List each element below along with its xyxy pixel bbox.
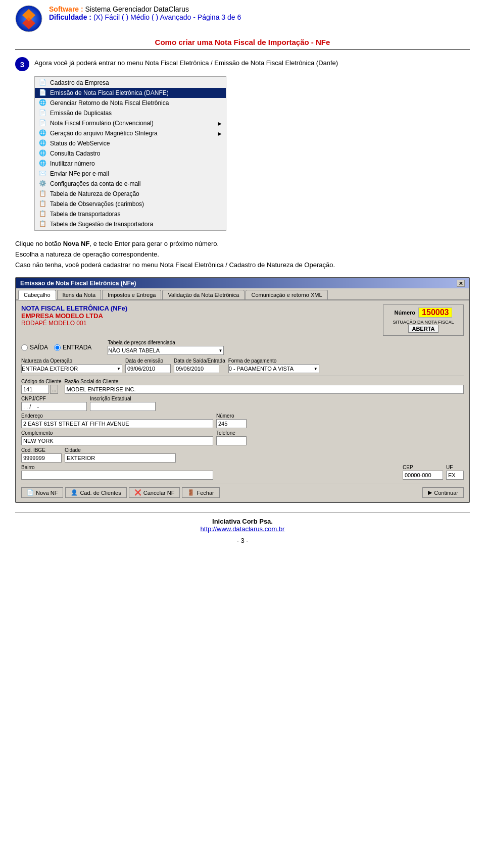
endereco-input[interactable] <box>21 419 213 428</box>
complemento-label: Complemento <box>21 430 213 436</box>
menu-item-tabela-transp[interactable]: 📋 Tabela de transportadoras <box>35 209 226 219</box>
cancelar-nf-icon: ❌ <box>134 489 141 496</box>
tabela-block: Tabela de preços diferenciada NÃO USAR T… <box>108 340 224 355</box>
tabela-select-wrapper[interactable]: NÃO USAR TABELA <box>108 346 224 355</box>
page: Software : Sistema Gerenciador DataClaru… <box>0 0 485 554</box>
bairro-label: Bairro <box>21 465 400 470</box>
codigo-cliente-label: Código do Cliente <box>21 379 62 384</box>
cnpj-input[interactable] <box>21 402 87 411</box>
menu-item-emissao[interactable]: 📄 Emissão de Nota Fiscal Eletrônica (DAN… <box>35 88 226 98</box>
app-window: Emissão de Nota Fiscal Eletrônica (NFe) … <box>15 277 470 503</box>
cidade-label: Cidade <box>65 447 464 453</box>
form-row-cliente: Código do Cliente ... Razão Social do Cl… <box>21 379 464 394</box>
menu-item-gerenciar[interactable]: 🌐 Gerenciar Retorno de Nota Fiscal Eletr… <box>35 98 226 108</box>
table-icon-11: 📋 <box>39 190 47 198</box>
main-title: Como criar uma Nota Fiscal de Importação… <box>15 38 470 50</box>
menu-item-geracao[interactable]: 🌐 Geração do arquivo Magnético SIntegra … <box>35 128 226 138</box>
data-emissao-field: Data de emissão <box>125 358 171 373</box>
continuar-button[interactable]: ▶ Continuar <box>422 487 464 498</box>
menu-item-tabela-natureza[interactable]: 📋 Tabela de Natureza de Operação <box>35 189 226 199</box>
nova-nf-button[interactable]: 📄 Nova NF <box>21 487 63 498</box>
tab-cabecalho[interactable]: Cabeçalho <box>18 290 56 300</box>
cod-ibge-label: Cod. IBGE <box>21 447 62 453</box>
razao-social-field: Razão Social do Cliente <box>65 379 464 394</box>
step-number: 3 <box>15 57 29 71</box>
data-emissao-input[interactable] <box>125 364 171 373</box>
telefone-input[interactable] <box>216 436 247 445</box>
tab-validacao[interactable]: Validação da Nota Eletrônica <box>162 290 245 299</box>
forma-pagamento-select[interactable]: 0 - PAGAMENTO A VISTA <box>228 364 319 373</box>
uf-field: UF <box>446 465 464 480</box>
menu-item-formulario[interactable]: 📄 Nota Fiscal Formulário (Convencional) … <box>35 118 226 128</box>
radio-entrada[interactable] <box>54 344 61 351</box>
close-button[interactable]: ✕ <box>457 280 465 287</box>
razao-social-input[interactable] <box>65 385 464 394</box>
page-footer: Iniciativa Corb Psa. http://www.dataclar… <box>15 512 470 544</box>
menu-label-0: Cadastro da Empresa <box>50 79 109 86</box>
form-row-ibge: Cod. IBGE Cidade <box>21 447 464 463</box>
doc-icon-4: 📄 <box>39 119 47 127</box>
forma-pagamento-wrapper[interactable]: 0 - PAGAMENTO A VISTA <box>228 364 319 373</box>
tab-impostos[interactable]: Impostos e Entrega <box>102 290 161 299</box>
header: Software : Sistema Gerenciador DataClaru… <box>15 5 470 33</box>
inscricao-field: Inscrição Estadual <box>90 396 156 411</box>
cep-input[interactable] <box>403 471 443 480</box>
radio-saida[interactable] <box>21 344 28 351</box>
radio-saida-label[interactable]: SAÍDA <box>21 344 48 351</box>
forma-pagamento-label: Forma de pagamento <box>228 358 319 364</box>
cad-clientes-icon: 👤 <box>71 489 78 496</box>
form-row-endereco: Endereço Número <box>21 413 464 428</box>
fechar-button[interactable]: 🚪 Fechar <box>182 487 219 498</box>
cidade-input[interactable] <box>65 453 176 463</box>
menu-item-inutilizar[interactable]: 🌐 Inutilizar número <box>35 159 226 169</box>
continuar-label: Continuar <box>434 490 458 496</box>
header-line1: Software : Sistema Gerenciador DataClaru… <box>49 5 241 13</box>
cod-ibge-field: Cod. IBGE <box>21 447 62 463</box>
tabela-select[interactable]: NÃO USAR TABELA <box>108 346 224 355</box>
codigo-cliente-field: Código do Cliente ... <box>21 379 62 394</box>
form-row-natureza: Natureza da Operação ENTRADA EXTERIOR Da… <box>21 358 464 373</box>
nf-header-section: NOTA FISCAL ELETRÔNICA (NFe) EMPRESA MOD… <box>21 304 464 336</box>
world-icon-7: 🌐 <box>39 149 47 158</box>
complemento-input[interactable] <box>21 436 213 445</box>
footer-page: - 3 - <box>15 537 470 544</box>
data-saida-input[interactable] <box>174 364 219 373</box>
cod-ibge-input[interactable] <box>21 453 62 463</box>
numero-end-input[interactable] <box>216 419 247 428</box>
menu-label-13: Tabela de transportadoras <box>50 211 120 218</box>
menu-item-tabela-obs[interactable]: 📋 Tabela de Observações (carimbos) <box>35 199 226 209</box>
gear-icon-10: ⚙️ <box>39 180 47 188</box>
colon1: : <box>81 5 85 13</box>
natureza-select-wrapper[interactable]: ENTRADA EXTERIOR <box>21 364 122 373</box>
menu-label-11: Tabela de Natureza de Operação <box>50 190 139 197</box>
radio-entrada-label[interactable]: ENTRADA <box>54 344 91 351</box>
menu-item-tabela-sugestao[interactable]: 📋 Tabela de Sugestão de transportadora <box>35 219 226 229</box>
menu-item-status[interactable]: 🌐 Status do WebService <box>35 138 226 148</box>
browse-button[interactable]: ... <box>50 385 58 394</box>
footer-url[interactable]: http://www.dataclarus.com.br <box>15 525 470 533</box>
inscricao-input[interactable] <box>90 402 156 411</box>
menu-item-consulta[interactable]: 🌐 Consulta Cadastro <box>35 148 226 159</box>
world-icon-5: 🌐 <box>39 129 47 137</box>
natureza-select[interactable]: ENTRADA EXTERIOR <box>21 364 122 373</box>
razao-social-label: Razão Social do Cliente <box>65 379 464 384</box>
codigo-cliente-input[interactable] <box>21 385 49 394</box>
dif-colon: : <box>89 13 93 21</box>
tab-itens[interactable]: Itens da Nota <box>57 290 101 299</box>
data-saida-field: Data de Saída/Entrada <box>174 358 225 373</box>
cad-clientes-button[interactable]: 👤 Cad. de Clientes <box>65 487 126 498</box>
uf-input[interactable] <box>446 471 464 480</box>
menu-item-cadastro[interactable]: 📄 Cadastro da Empresa <box>35 78 226 88</box>
numero-value: 150003 <box>418 308 452 318</box>
menu-item-duplicatas[interactable]: 📄 Emissão de Duplicatas <box>35 108 226 118</box>
menu-item-enviar[interactable]: ✉️ Enviar NFe por e-mail <box>35 169 226 179</box>
tab-comunicacao[interactable]: Comunicação e retorno XML <box>246 290 327 299</box>
world-icon-6: 🌐 <box>39 139 47 147</box>
cancelar-nf-button[interactable]: ❌ Cancelar NF <box>129 487 180 498</box>
bairro-input[interactable] <box>21 471 213 480</box>
fechar-icon: 🚪 <box>187 489 195 496</box>
natureza-label: Natureza da Operação <box>21 358 122 364</box>
instruction-block: Clique no botão Nova NF, e tecle Enter p… <box>15 239 470 270</box>
menu-item-config[interactable]: ⚙️ Configurações da conta de e-mail <box>35 179 226 189</box>
menu-label-3: Emissão de Duplicatas <box>50 110 112 117</box>
